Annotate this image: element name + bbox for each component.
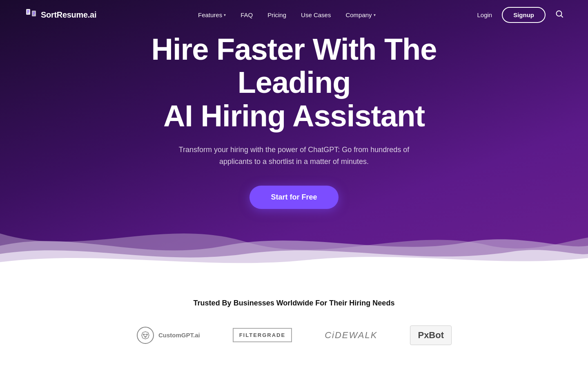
nav-item-faq[interactable]: FAQ <box>241 11 253 18</box>
search-icon[interactable] <box>555 10 564 20</box>
logo-link[interactable]: SortResume.ai <box>24 8 96 21</box>
chevron-down-icon-company: ▾ <box>374 13 376 17</box>
logo-text: SortResume.ai <box>41 10 96 20</box>
svg-point-13 <box>145 336 146 338</box>
logo-filtergrade: FILTERGRADE <box>233 328 292 342</box>
nav-link-features[interactable]: Features ▾ <box>198 11 226 18</box>
nav-link-pricing[interactable]: Pricing <box>267 11 286 18</box>
filtergrade-label: FILTERGRADE <box>233 328 292 342</box>
hero-section: Hire Faster With The Leading AI Hiring A… <box>0 0 588 274</box>
logo-cidewalk: CiDEWALK <box>325 330 377 341</box>
nav-link-company[interactable]: Company ▾ <box>345 11 375 18</box>
login-link[interactable]: Login <box>477 11 492 18</box>
navbar: SortResume.ai Features ▾ FAQ Pricing Use… <box>0 0 588 29</box>
nav-link-faq[interactable]: FAQ <box>241 11 253 18</box>
wave-decoration <box>0 209 588 274</box>
nav-links: Features ▾ FAQ Pricing Use Cases Company… <box>198 11 376 18</box>
nav-link-use-cases[interactable]: Use Cases <box>301 11 331 18</box>
nav-item-company[interactable]: Company ▾ <box>345 11 375 18</box>
svg-rect-6 <box>33 13 35 14</box>
hero-title: Hire Faster With The Leading AI Hiring A… <box>110 33 478 132</box>
logo-icon <box>24 8 38 21</box>
nav-item-pricing[interactable]: Pricing <box>267 11 286 18</box>
page-remaining <box>0 361 588 368</box>
nav-item-use-cases[interactable]: Use Cases <box>301 11 331 18</box>
nav-right: Login Signup <box>477 7 564 23</box>
svg-rect-3 <box>27 13 29 13</box>
logo-pxbot: PxBot <box>410 325 452 345</box>
svg-rect-2 <box>27 11 29 12</box>
svg-rect-5 <box>33 12 35 13</box>
trusted-section: Trusted By Businesses Worldwide For Thei… <box>0 274 588 361</box>
chevron-down-icon: ▾ <box>224 13 226 17</box>
svg-point-11 <box>143 334 145 335</box>
svg-line-15 <box>144 335 145 337</box>
svg-line-9 <box>561 16 563 17</box>
svg-rect-7 <box>33 14 34 15</box>
logo-customgpt: CustomGPT.ai <box>136 326 200 344</box>
customgpt-label: CustomGPT.ai <box>158 332 200 339</box>
svg-point-10 <box>137 327 154 343</box>
pxbot-label: PxBot <box>410 325 452 345</box>
trusted-title: Trusted By Businesses Worldwide For Thei… <box>24 299 564 307</box>
svg-point-12 <box>146 334 148 335</box>
start-for-free-button[interactable]: Start for Free <box>249 186 338 209</box>
hero-subtitle: Transform your hiring with the power of … <box>176 144 412 168</box>
svg-line-16 <box>146 335 147 337</box>
svg-rect-1 <box>27 10 29 11</box>
nav-item-features[interactable]: Features ▾ <box>198 11 226 18</box>
customgpt-icon <box>136 326 154 344</box>
cidewalk-label: CiDEWALK <box>325 330 377 341</box>
logos-row: CustomGPT.ai FILTERGRADE CiDEWALK PxBot <box>24 325 564 345</box>
signup-button[interactable]: Signup <box>502 7 546 23</box>
